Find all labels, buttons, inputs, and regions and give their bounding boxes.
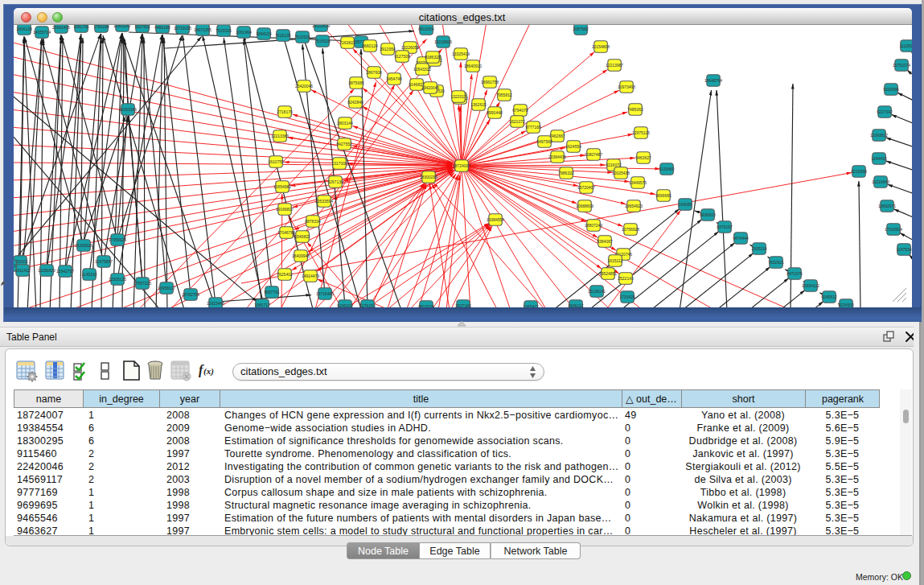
svg-text:9657791: 9657791: [264, 290, 280, 295]
svg-text:8471676: 8471676: [786, 271, 803, 276]
svg-text:9115460: 9115460: [659, 167, 674, 171]
svg-text:13692971: 13692971: [878, 204, 896, 208]
svg-text:8427552: 8427552: [336, 142, 352, 146]
svg-text:9329996: 9329996: [883, 87, 899, 92]
svg-text:15751074: 15751074: [893, 63, 910, 68]
svg-text:2637182: 2637182: [455, 303, 471, 307]
svg-text:7485063: 7485063: [627, 107, 643, 112]
svg-text:1362615: 1362615: [470, 102, 487, 107]
svg-text:12505135: 12505135: [109, 277, 126, 282]
svg-text:3875685: 3875685: [348, 80, 364, 85]
svg-text:18300295: 18300295: [420, 175, 437, 179]
svg-text:1317006: 1317006: [331, 161, 347, 166]
svg-text:17957225: 17957225: [133, 281, 151, 286]
svg-text:14055714: 14055714: [33, 30, 51, 35]
svg-text:7955812: 7955812: [496, 93, 512, 97]
svg-text:18640910: 18640910: [464, 64, 482, 68]
svg-text:2803144: 2803144: [337, 121, 353, 126]
svg-text:16648764: 16648764: [704, 78, 722, 83]
svg-text:7462667: 7462667: [549, 134, 565, 138]
svg-text:10154808: 10154808: [592, 44, 610, 49]
svg-text:13226058: 13226058: [401, 45, 419, 50]
svg-text:1081791: 1081791: [73, 25, 89, 29]
svg-text:12975125: 12975125: [632, 130, 650, 135]
svg-text:10543312: 10543312: [413, 67, 431, 72]
svg-text:8660124: 8660124: [362, 43, 378, 48]
svg-text:3454749: 3454749: [386, 76, 402, 81]
svg-text:18807249: 18807249: [585, 223, 602, 228]
svg-text:2522143: 2522143: [618, 276, 634, 281]
svg-text:6379197: 6379197: [717, 225, 733, 229]
svg-text:17046786: 17046786: [277, 230, 295, 235]
svg-text:15136141: 15136141: [588, 289, 606, 294]
svg-text:20053346: 20053346: [119, 107, 137, 112]
svg-text:10719155: 10719155: [174, 26, 191, 31]
svg-text:16033809: 16033809: [312, 25, 330, 28]
svg-text:8813054: 8813054: [418, 27, 434, 31]
svg-text:7986322: 7986322: [558, 171, 574, 175]
svg-text:12213987: 12213987: [606, 63, 623, 68]
svg-text:20206526: 20206526: [75, 243, 92, 248]
svg-text:12093822: 12093822: [870, 133, 888, 138]
svg-text:1112603: 1112603: [900, 43, 912, 48]
svg-text:1549822: 1549822: [294, 234, 310, 239]
svg-text:10853267: 10853267: [113, 25, 131, 28]
svg-text:18724007: 18724007: [453, 163, 470, 168]
svg-text:9245612: 9245612: [821, 295, 837, 299]
svg-text:1065412: 1065412: [523, 304, 539, 307]
svg-text:6497568: 6497568: [536, 139, 552, 144]
svg-text:9463627: 9463627: [635, 155, 651, 160]
svg-text:2087682: 2087682: [573, 27, 589, 31]
svg-text:10025438: 10025438: [612, 171, 630, 175]
svg-text:1527602: 1527602: [134, 25, 150, 29]
svg-text:10654112: 10654112: [802, 283, 819, 288]
svg-text:16961758: 16961758: [481, 80, 499, 84]
svg-text:10688609: 10688609: [576, 204, 593, 208]
svg-text:7616135: 7616135: [275, 33, 291, 38]
svg-text:9064119: 9064119: [256, 31, 271, 36]
svg-text:3267130: 3267130: [327, 179, 343, 184]
svg-text:12923448: 12923448: [207, 301, 224, 306]
svg-text:9245032: 9245032: [337, 303, 353, 307]
svg-text:8990448: 8990448: [487, 110, 503, 115]
svg-text:20691406: 20691406: [52, 25, 70, 30]
svg-text:1322017: 1322017: [450, 94, 466, 99]
svg-text:1615112: 1615112: [607, 258, 622, 263]
svg-text:8186328: 8186328: [425, 55, 441, 60]
svg-text:10654982: 10654982: [273, 184, 291, 189]
svg-text:2867608: 2867608: [366, 70, 382, 75]
svg-text:1276153: 1276153: [359, 303, 376, 307]
svg-text:14914479: 14914479: [302, 274, 319, 278]
svg-text:10807487: 10807487: [585, 152, 602, 157]
svg-text:3912954: 3912954: [380, 47, 396, 51]
svg-text:12942757: 12942757: [56, 269, 74, 274]
svg-text:10756928: 10756928: [622, 227, 639, 232]
svg-text:23420046: 23420046: [421, 85, 439, 90]
svg-text:7515526: 7515526: [216, 28, 232, 33]
svg-text:13533594: 13533594: [315, 199, 333, 204]
svg-text:19218906: 19218906: [434, 39, 452, 44]
svg-text:6216072: 6216072: [606, 163, 622, 167]
svg-text:1733426: 1733426: [619, 295, 635, 299]
svg-text:10210643: 10210643: [872, 179, 889, 184]
svg-text:19166827: 19166827: [276, 207, 294, 212]
svg-text:3911412: 3911412: [14, 268, 30, 273]
svg-text:23420046: 23420046: [295, 84, 313, 89]
svg-text:19524851: 19524851: [599, 271, 617, 276]
svg-text:16671355: 16671355: [194, 27, 211, 32]
svg-text:10975857: 10975857: [95, 259, 113, 264]
svg-text:13325419: 13325419: [452, 51, 470, 56]
svg-text:2935114: 2935114: [751, 246, 766, 251]
svg-text:1906128: 1906128: [16, 27, 32, 31]
svg-text:164095: 164095: [679, 202, 692, 207]
svg-text:9474444: 9474444: [733, 236, 749, 241]
svg-text:8936112: 8936112: [568, 303, 583, 307]
svg-text:10973493: 10973493: [618, 84, 635, 89]
svg-text:1624554: 1624554: [565, 144, 581, 149]
svg-text:1621072: 1621072: [509, 119, 525, 124]
svg-text:7163822: 7163822: [339, 40, 355, 45]
svg-text:19384554: 19384554: [487, 217, 504, 222]
svg-text:8813074: 8813074: [418, 304, 434, 307]
svg-text:9224503: 9224503: [838, 303, 854, 307]
svg-text:20364436: 20364436: [548, 154, 566, 159]
